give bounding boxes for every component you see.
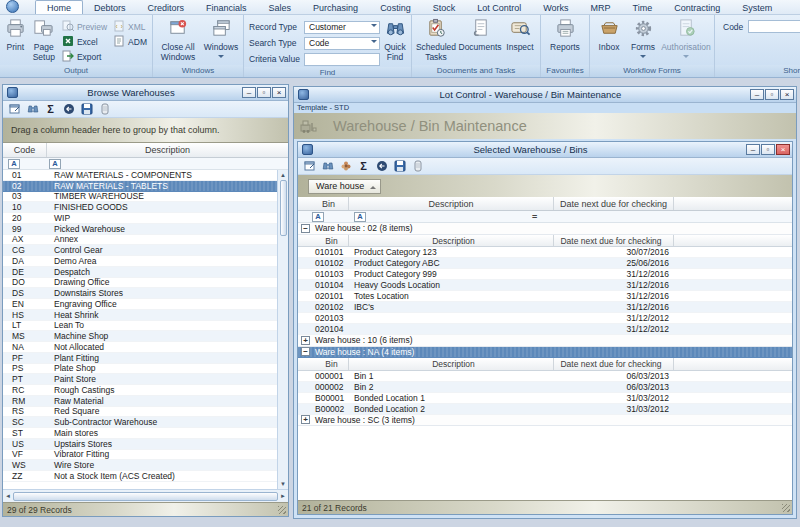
bin-row-020103[interactable]: 02010331/12/2012 [298, 313, 792, 324]
group-chip-warehouse[interactable]: Ware house [308, 179, 381, 194]
close-button[interactable]: × [780, 89, 794, 100]
minimize-button[interactable]: – [746, 144, 760, 155]
warehouse-row-10[interactable]: 10FINISHED GOODS [3, 202, 277, 213]
subheader-bin[interactable]: Bin [309, 358, 349, 370]
refresh-icon[interactable] [375, 160, 388, 173]
filter-button-description[interactable]: A [49, 159, 61, 169]
minimize-button[interactable]: – [242, 87, 256, 98]
scroll-up-icon[interactable]: ▲ [280, 170, 286, 180]
tab-contracting[interactable]: Contracting [663, 1, 731, 14]
documents-button[interactable]: Documents [458, 17, 502, 53]
filter-button-bin[interactable]: A [312, 212, 324, 222]
bin-row-010103[interactable]: 010103Product Category 99931/12/2016 [298, 269, 792, 280]
scroll-right-icon[interactable]: ► [280, 493, 286, 499]
subheader-bin[interactable]: Bin [309, 235, 349, 247]
warehouse-row-99[interactable]: 99Picked Warehouse [3, 224, 277, 235]
warehouse-row-RS[interactable]: RSRed Square [3, 407, 277, 418]
export-window-icon[interactable] [303, 160, 316, 173]
bin-row-010104[interactable]: 010104Heavy Goods Location31/12/2016 [298, 280, 792, 291]
browse-warehouses-titlebar[interactable]: Browse Warehouses – ▫ × [3, 85, 288, 101]
column-header-description[interactable]: Description [349, 197, 554, 210]
tab-stock[interactable]: Stock [422, 1, 467, 14]
minimize-button[interactable]: – [750, 89, 764, 100]
bin-row-010101[interactable]: 010101Product Category 12330/07/2016 [298, 247, 792, 258]
record-type-select[interactable]: Customer [304, 21, 380, 34]
warehouse-row-EN[interactable]: ENEngraving Office [3, 299, 277, 310]
subheader-date[interactable]: Date next due for checking [554, 358, 674, 370]
filter-button-code[interactable]: A [8, 159, 20, 169]
refresh-icon[interactable] [62, 103, 75, 116]
filter-button-description[interactable]: A [354, 212, 366, 222]
tab-works[interactable]: Works [532, 1, 579, 14]
close-button[interactable]: × [272, 87, 286, 98]
group-by-bar[interactable]: Drag a column header here to group by th… [3, 118, 288, 143]
inspect-button[interactable]: Inspect [502, 17, 538, 53]
maximize-button[interactable]: ▫ [761, 144, 775, 155]
warehouse-row-US[interactable]: USUpstairs Stores [3, 439, 277, 450]
resize-grip[interactable] [278, 506, 286, 514]
warehouse-row-PT[interactable]: PTPaint Store [3, 374, 277, 385]
format-flower-icon[interactable] [339, 160, 352, 173]
app-menu-button[interactable] [6, 0, 19, 13]
warehouse-row-PF[interactable]: PFPlant Fitting [3, 353, 277, 364]
warehouse-row-01[interactable]: 01RAW MATERIALS - COMPONENTS [3, 170, 277, 181]
bin-row-000002[interactable]: 000002Bin 206/03/2013 [298, 382, 792, 393]
tab-system[interactable]: System [731, 1, 783, 14]
bin-row-020101[interactable]: 020101Totes Location31/12/2016 [298, 291, 792, 302]
warehouse-row-SC[interactable]: SCSub-Contractor Warehouse [3, 417, 277, 428]
tab-time[interactable]: Time [622, 1, 664, 14]
bin-row-010102[interactable]: 010102Product Category ABC25/06/2016 [298, 258, 792, 269]
scrollbar-thumb[interactable] [13, 492, 278, 501]
warehouse-row-LT[interactable]: LTLean To [3, 321, 277, 332]
lot-control-titlebar[interactable]: Lot Control - Warehouse / Bin Maintenanc… [294, 87, 796, 103]
warehouse-row-AX[interactable]: AXAnnex [3, 235, 277, 246]
tab-creditors[interactable]: Creditors [137, 1, 196, 14]
adm-button[interactable]: ADM [110, 34, 150, 49]
warehouse-row-NA[interactable]: NANot Allocated [3, 342, 277, 353]
maximize-button[interactable]: ▫ [257, 87, 271, 98]
close-all-windows-button[interactable]: Close All Windows [155, 17, 201, 62]
bin-group-header-3[interactable]: +Ware house : SC (3 items) [298, 415, 792, 427]
maximize-button[interactable]: ▫ [765, 89, 779, 100]
warehouse-row-DO[interactable]: DODrawing Office [3, 278, 277, 289]
export-button[interactable]: Export [59, 49, 110, 64]
tab-financials[interactable]: Financials [195, 1, 258, 14]
bin-group-header-1[interactable]: +Ware house : 10 (6 items) [298, 335, 792, 347]
subheader-description[interactable]: Description [349, 235, 554, 247]
horizontal-scrollbar[interactable]: ◄ ► [3, 489, 288, 502]
save-icon[interactable] [393, 160, 406, 173]
save-icon[interactable] [80, 103, 93, 116]
scroll-left-icon[interactable]: ◄ [5, 493, 11, 499]
tab-purchasing[interactable]: Purchasing [302, 1, 369, 14]
authorisation-button[interactable]: Authorisation [660, 17, 712, 61]
warehouse-row-ST[interactable]: STMain stores [3, 428, 277, 439]
expand-icon[interactable]: + [301, 415, 310, 424]
column-header-code[interactable]: Code [3, 143, 47, 157]
export-window-icon[interactable] [8, 103, 21, 116]
warehouse-row-HS[interactable]: HSHeat Shrink [3, 310, 277, 321]
warehouse-row-DS[interactable]: DSDownstairs Stores [3, 288, 277, 299]
warehouse-row-PS[interactable]: PSPlate Shop [3, 364, 277, 375]
bin-row-020102[interactable]: 020102IBC's31/12/2016 [298, 302, 792, 313]
bin-row-B00002[interactable]: B00002Bonded Location 231/03/2012 [298, 404, 792, 415]
page-setup-button[interactable]: Page Setup [29, 17, 59, 62]
find-binoculars-icon[interactable] [321, 160, 334, 173]
code-input[interactable] [748, 20, 800, 33]
xml-button[interactable]: XML [110, 19, 150, 34]
bin-row-020104[interactable]: 02010431/12/2012 [298, 324, 792, 335]
subheader-date[interactable]: Date next due for checking [554, 235, 674, 247]
attachment-icon[interactable] [411, 160, 424, 173]
column-header-bin[interactable]: Bin [309, 197, 349, 210]
warehouse-row-03[interactable]: 03TIMBER WAREHOUSE [3, 192, 277, 203]
scroll-down-icon[interactable]: ▼ [280, 479, 286, 489]
sum-sigma-icon[interactable]: Σ [357, 160, 370, 173]
tab-sales[interactable]: Sales [258, 1, 303, 14]
search-type-select[interactable]: Code [304, 37, 380, 50]
bins-group-by-bar[interactable]: Ware house [298, 175, 792, 197]
collapse-icon[interactable]: − [301, 224, 310, 233]
warehouse-row-RC[interactable]: RCRough Castings [3, 385, 277, 396]
warehouse-row-DA[interactable]: DADemo Area [3, 256, 277, 267]
criteria-value-input[interactable] [304, 53, 380, 66]
vertical-scrollbar[interactable]: ▲ ▼ [277, 170, 288, 489]
warehouse-row-RM[interactable]: RMRaw Material [3, 396, 277, 407]
